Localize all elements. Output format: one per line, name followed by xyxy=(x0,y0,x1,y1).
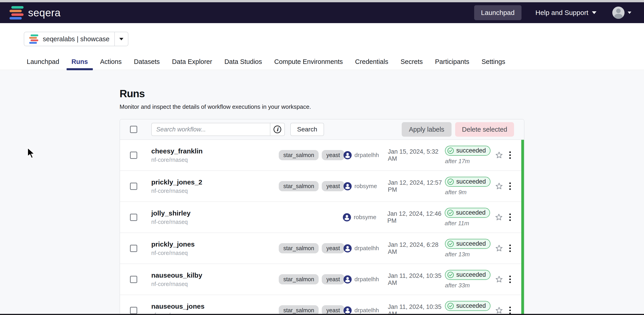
help-and-support-menu[interactable]: Help and Support xyxy=(536,9,597,17)
user-menu[interactable] xyxy=(612,7,631,19)
user-circle-icon xyxy=(344,182,352,190)
run-labels-cell: star_salmonyeast xyxy=(279,274,344,284)
check-circle-icon xyxy=(447,271,454,278)
run-star-cell xyxy=(492,306,506,315)
run-labels-cell: star_salmonyeast xyxy=(279,243,344,253)
run-pipeline-name: nf-core/rnaseq xyxy=(151,188,279,194)
run-duration: after 33m xyxy=(445,282,492,289)
tab-participants[interactable]: Participants xyxy=(435,57,470,70)
run-name-link[interactable]: cheesy_franklin xyxy=(151,147,279,155)
run-checkbox[interactable] xyxy=(130,307,137,314)
run-checkbox[interactable] xyxy=(130,276,137,283)
table-scroll-indicator xyxy=(521,140,524,315)
star-icon[interactable] xyxy=(495,306,504,315)
tab-compute-environments[interactable]: Compute Environments xyxy=(274,57,343,70)
run-label-pill: yeast xyxy=(322,274,344,284)
runs-table-card: i Search Apply labels Delete selected ch… xyxy=(120,119,524,315)
run-name-link[interactable]: nauseous_jones xyxy=(151,302,279,310)
run-name-cell: cheesy_franklin nf-core/rnaseq xyxy=(151,147,279,163)
run-checkbox[interactable] xyxy=(130,214,137,221)
run-duration: after 13m xyxy=(445,251,492,258)
search-input[interactable] xyxy=(152,126,270,133)
status-badge: succeeded xyxy=(445,301,490,311)
run-start-date: Jan 15, 2024, 5:32 AM xyxy=(388,148,445,162)
run-checkbox[interactable] xyxy=(130,152,137,159)
run-star-cell xyxy=(492,244,506,253)
star-icon[interactable] xyxy=(495,151,504,160)
run-label-pill: star_salmon xyxy=(279,243,318,253)
run-user-name: drpatelhh xyxy=(354,307,379,314)
run-name-link[interactable]: prickly_jones_2 xyxy=(151,178,279,186)
workspace-tabs: LaunchpadRunsActionsDatasetsData Explore… xyxy=(0,57,644,70)
status-text: succeeded xyxy=(456,178,486,185)
run-name-link[interactable]: nauseous_kilby xyxy=(151,271,279,279)
user-circle-icon xyxy=(344,244,352,252)
tab-runs[interactable]: Runs xyxy=(72,57,88,70)
delete-selected-button[interactable]: Delete selected xyxy=(455,122,514,137)
launchpad-button[interactable]: Launchpad xyxy=(474,5,521,20)
run-user-cell: drpatelhh xyxy=(344,151,388,159)
tab-credentials[interactable]: Credentials xyxy=(355,57,388,70)
run-pipeline-name: nf-core/rnaseq xyxy=(151,157,279,163)
user-circle-icon xyxy=(344,306,352,314)
tab-datasets[interactable]: Datasets xyxy=(134,57,160,70)
run-label-pill: yeast xyxy=(322,150,344,160)
kebab-menu-button[interactable] xyxy=(506,213,514,221)
run-labels-cell: star_salmonyeast xyxy=(279,305,344,315)
chevron-down-icon xyxy=(592,11,596,14)
workspace-logo-icon xyxy=(29,35,38,44)
tab-secrets[interactable]: Secrets xyxy=(400,57,423,70)
run-user-cell: robsyme xyxy=(344,182,388,190)
search-info-button[interactable]: i xyxy=(270,126,284,133)
run-checkbox[interactable] xyxy=(130,245,137,252)
window-top-edge xyxy=(0,0,644,2)
run-name-link[interactable]: prickly_jones xyxy=(151,240,279,248)
chevron-down-icon xyxy=(628,12,631,14)
page-subtitle: Monitor and inspect the details of workf… xyxy=(120,103,644,110)
run-user-cell: drpatelhh xyxy=(344,306,388,314)
kebab-menu-button[interactable] xyxy=(506,244,514,252)
kebab-menu-button[interactable] xyxy=(506,151,514,159)
info-icon: i xyxy=(274,126,281,133)
workspace-dropdown-button[interactable] xyxy=(114,32,128,46)
runs-toolbar: i Search Apply labels Delete selected xyxy=(120,119,524,140)
tab-data-explorer[interactable]: Data Explorer xyxy=(172,57,212,70)
tab-data-studios[interactable]: Data Studios xyxy=(224,57,262,70)
star-icon[interactable] xyxy=(494,213,503,222)
run-duration: after 9m xyxy=(445,189,492,196)
search-button[interactable]: Search xyxy=(290,123,324,136)
run-label-pill: yeast xyxy=(322,305,344,315)
run-status-cell: succeeded after 11m xyxy=(445,208,492,227)
tab-actions[interactable]: Actions xyxy=(100,57,122,70)
run-row: prickly_jones_2 nf-core/rnaseq star_salm… xyxy=(120,171,524,202)
run-label-pill: yeast xyxy=(322,243,344,253)
select-all-checkbox[interactable] xyxy=(130,126,137,133)
workspace-selector[interactable]: seqeralabs | showcase xyxy=(24,32,128,46)
user-circle-icon xyxy=(344,151,352,159)
run-star-cell xyxy=(492,275,506,284)
star-icon[interactable] xyxy=(495,182,504,191)
run-label-pill: star_salmon xyxy=(279,150,318,160)
run-name-cell: nauseous_kilby nf-core/rnaseq xyxy=(151,271,279,287)
star-icon[interactable] xyxy=(495,275,504,284)
status-text: succeeded xyxy=(456,271,486,278)
top-navbar: seqera Launchpad Help and Support xyxy=(0,2,644,23)
kebab-menu-button[interactable] xyxy=(506,275,514,283)
tab-settings[interactable]: Settings xyxy=(482,57,506,70)
kebab-menu-button[interactable] xyxy=(506,182,514,190)
run-start-date: Jan 12, 2024, 12:46 PM xyxy=(387,210,444,224)
run-duration: after 11m xyxy=(445,220,492,227)
run-pipeline-name: nf-core/rnaseq xyxy=(151,219,279,225)
run-labels-cell: star_salmonyeast xyxy=(279,150,344,160)
tab-launchpad[interactable]: Launchpad xyxy=(27,57,59,70)
run-status-cell: succeeded after 17m xyxy=(445,146,492,165)
run-name-link[interactable]: jolly_shirley xyxy=(151,209,279,217)
run-checkbox[interactable] xyxy=(130,183,137,190)
seqera-logo[interactable]: seqera xyxy=(10,6,61,20)
run-user-name: robsyme xyxy=(354,183,377,190)
apply-labels-button[interactable]: Apply labels xyxy=(402,122,452,137)
star-icon[interactable] xyxy=(495,244,504,253)
seqera-logo-icon xyxy=(10,6,24,20)
run-pipeline-name: nf-core/rnaseq xyxy=(151,250,279,256)
kebab-menu-button[interactable] xyxy=(506,306,514,314)
